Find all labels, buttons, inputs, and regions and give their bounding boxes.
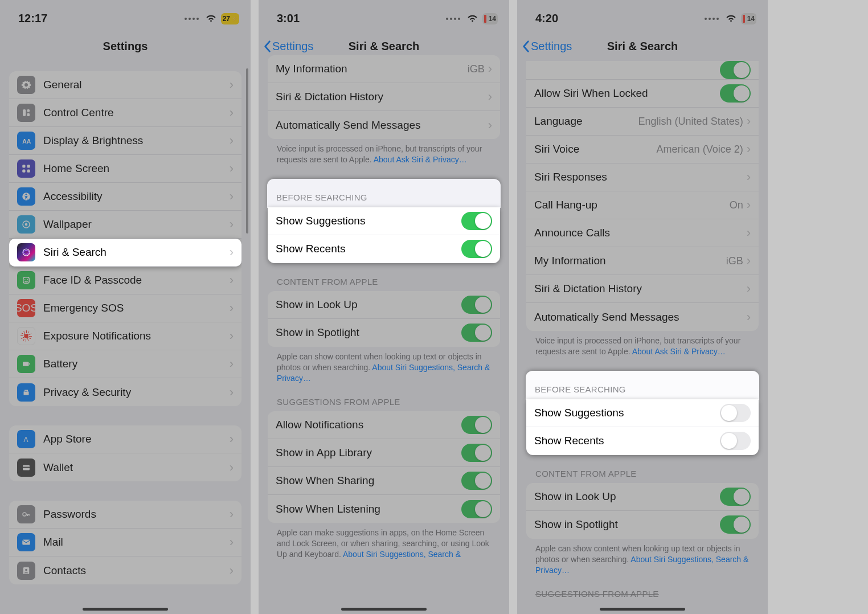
settings-row-display-brightness[interactable]: AADisplay & Brightness› (9, 127, 241, 155)
settings-row-home-screen[interactable]: Home Screen› (9, 155, 241, 183)
svg-point-15 (27, 279, 28, 280)
row-label: My Information (534, 255, 726, 267)
settings-row-siri-search[interactable]: Siri & Search› (9, 239, 241, 267)
wifi-icon (726, 15, 736, 23)
back-button[interactable]: Settings (263, 40, 313, 53)
phone-screenshot-3: 4:20 14 Settings Siri & Search Allow Sir… (517, 0, 768, 614)
settings-row-show-when-listening[interactable]: Show When Listening (268, 495, 500, 523)
settings-row-announce-calls[interactable]: Announce Calls› (526, 219, 759, 247)
chevron-right-icon: › (230, 77, 234, 92)
toggle[interactable] (461, 500, 492, 518)
settings-row-siri-dictation-history[interactable]: Siri & Dictation History› (268, 83, 500, 111)
settings-row-show-in-spotlight[interactable]: Show in Spotlight (526, 511, 759, 539)
settings-row-show-in-look-up[interactable]: Show in Look Up (526, 483, 759, 511)
settings-row-wallpaper[interactable]: Wallpaper› (9, 211, 241, 239)
toggle[interactable] (720, 515, 751, 534)
row-label: Display & Brightness (43, 134, 230, 147)
toggle[interactable] (461, 324, 492, 342)
svg-rect-13 (23, 277, 30, 284)
toggle[interactable] (461, 444, 492, 462)
toggle[interactable] (720, 61, 751, 79)
display-icon: AA (17, 132, 35, 150)
row-label: Show in Spotlight (534, 518, 720, 531)
settings-row-show-when-sharing[interactable]: Show When Sharing (268, 467, 500, 495)
toggle[interactable] (461, 416, 492, 434)
privacy-link[interactable]: About Ask Siri & Privacy… (632, 347, 726, 356)
wallet-icon (17, 459, 35, 477)
settings-row-show-recents[interactable]: Show Recents (526, 427, 759, 455)
settings-row-passwords[interactable]: Passwords› (9, 501, 241, 529)
settings-row-exposure-notifications[interactable]: Exposure Notifications› (9, 322, 241, 350)
settings-row-mail[interactable]: Mail› (9, 529, 241, 556)
settings-row-call-hang-up[interactable]: Call Hang-upOn› (526, 191, 759, 219)
settings-row-siri-voice[interactable]: Siri VoiceAmerican (Voice 2)› (526, 136, 759, 163)
settings-row-language[interactable]: LanguageEnglish (United States)› (526, 108, 759, 136)
settings-row-show-in-look-up[interactable]: Show in Look Up (268, 291, 500, 319)
phone-screenshot-1: 12:17 27⚡ Settings General›Control Centr… (0, 0, 251, 614)
status-time: 4:20 (535, 12, 705, 25)
settings-row-allow-siri-when-locked[interactable]: Allow Siri When Locked (526, 80, 759, 108)
svg-rect-7 (27, 170, 30, 173)
status-time: 12:17 (18, 12, 185, 25)
sos-icon: SOS (17, 299, 35, 317)
content-from-apple-group: Show in Look UpShow in Spotlight (268, 291, 500, 347)
settings-row-show-in-app-library[interactable]: Show in App Library (268, 439, 500, 467)
settings-row-contacts[interactable]: Contacts› (9, 556, 241, 584)
chevron-right-icon: › (230, 133, 234, 148)
row-label: Show Recents (276, 243, 461, 255)
row-label: Siri & Search (43, 246, 230, 259)
row-label: Wallet (43, 461, 230, 474)
settings-row-show-suggestions[interactable]: Show Suggestions (526, 399, 759, 427)
row-label: Control Centre (43, 107, 230, 119)
toggle[interactable] (461, 212, 492, 230)
toggle[interactable] (461, 472, 492, 490)
toggle[interactable] (720, 84, 751, 103)
before-searching-group: Show SuggestionsShow Recents (268, 207, 500, 263)
settings-row-show-recents[interactable]: Show Recents (268, 235, 500, 263)
row-label: Passwords (43, 508, 230, 521)
settings-group-3: Passwords›Mail›Contacts› (9, 501, 241, 584)
content-footer: Apple can show content when looking up t… (526, 539, 759, 576)
row-value: iGB (726, 255, 743, 267)
settings-row-my-information[interactable]: My InformationiGB› (526, 247, 759, 275)
privacy-link[interactable]: About Siri Suggestions, Search & (343, 550, 461, 559)
siri-top-footer: Voice input is processed on iPhone, but … (526, 331, 759, 357)
privacy-link[interactable]: About Ask Siri & Privacy… (374, 155, 467, 164)
suggestions-group: Allow NotificationsShow in App LibrarySh… (268, 411, 500, 523)
before-searching-header: BEFORE SEARCHING (526, 371, 759, 400)
toggle[interactable] (461, 296, 492, 314)
chevron-right-icon: › (230, 105, 234, 120)
svg-text:A: A (24, 436, 28, 444)
row-label: Show Suggestions (534, 407, 720, 419)
svg-rect-5 (27, 165, 30, 167)
row-label: Wallpaper (43, 218, 230, 231)
row-label: Automatically Send Messages (534, 311, 747, 324)
settings-row-control-centre[interactable]: Control Centre› (9, 99, 241, 127)
settings-row-battery[interactable]: Battery› (9, 350, 241, 378)
settings-row-accessibility[interactable]: Accessibility› (9, 183, 241, 211)
toggle[interactable] (461, 240, 492, 258)
toggle[interactable] (720, 404, 751, 422)
svg-rect-20 (23, 466, 30, 468)
settings-row-show-suggestions[interactable]: Show Suggestions (268, 207, 500, 235)
settings-row-siri-dictation-history[interactable]: Siri & Dictation History› (526, 275, 759, 303)
status-bar: 12:17 27⚡ (0, 0, 251, 31)
toggle[interactable] (720, 432, 751, 450)
settings-row-allow-notifications[interactable]: Allow Notifications (268, 411, 500, 439)
settings-row-wallet[interactable]: Wallet› (9, 453, 241, 481)
settings-row-automatically-send-messages[interactable]: Automatically Send Messages› (526, 303, 759, 331)
toggle[interactable] (720, 488, 751, 506)
back-button[interactable]: Settings (522, 40, 572, 53)
row-label: My Information (276, 63, 468, 75)
settings-row-face-id-passcode[interactable]: Face ID & Passcode› (9, 267, 241, 294)
settings-row-automatically-send-messages[interactable]: Automatically Send Messages› (268, 111, 500, 139)
settings-row-emergency-sos[interactable]: SOSEmergency SOS› (9, 294, 241, 322)
settings-row-app-store[interactable]: AApp Store› (9, 425, 241, 453)
pass-icon (17, 505, 35, 523)
settings-row-general[interactable]: General› (9, 71, 241, 99)
mail-icon (17, 533, 35, 551)
chevron-right-icon: › (230, 245, 234, 260)
settings-row-siri-responses[interactable]: Siri Responses› (526, 163, 759, 191)
settings-row-show-in-spotlight[interactable]: Show in Spotlight (268, 319, 500, 347)
settings-row-privacy-security[interactable]: Privacy & Security› (9, 378, 241, 406)
